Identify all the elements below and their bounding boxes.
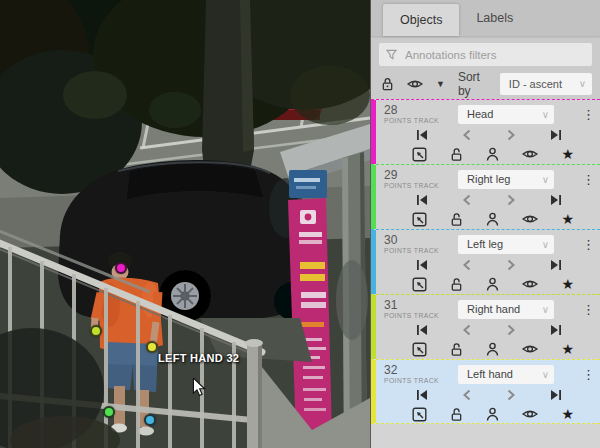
object-type: POINTS TRACK: [384, 248, 450, 255]
first-keyframe-button[interactable]: [416, 259, 428, 271]
sidebar-tabs: Objects Labels: [371, 0, 600, 36]
object-label-select[interactable]: Right leg ∨: [458, 170, 554, 189]
object-item[interactable]: 31 POINTS TRACK Right hand ∨ ⋮: [371, 294, 600, 359]
keyframe-star-button[interactable]: ★: [561, 407, 574, 421]
first-keyframe-button[interactable]: [416, 194, 428, 206]
previous-keyframe-button[interactable]: [462, 129, 472, 141]
object-ident: 29 POINTS TRACK: [384, 169, 450, 190]
object-id: 29: [384, 169, 450, 181]
hide-toggle-button[interactable]: [522, 148, 538, 160]
outside-toggle-button[interactable]: [412, 407, 427, 422]
object-menu-button[interactable]: ⋮: [582, 238, 595, 251]
occluded-toggle-button[interactable]: [486, 407, 499, 422]
lock-toggle-button[interactable]: [450, 277, 463, 292]
left-leg-point[interactable]: [144, 414, 156, 426]
first-keyframe-button[interactable]: [416, 324, 428, 336]
hide-toggle-button[interactable]: [522, 213, 538, 225]
next-keyframe-button[interactable]: [506, 389, 516, 401]
keyframe-star-button[interactable]: ★: [561, 212, 574, 226]
hide-toggle-button[interactable]: [522, 278, 538, 290]
annotation-canvas[interactable]: LEFT HAND 32: [0, 0, 370, 448]
first-keyframe-button[interactable]: [416, 129, 428, 141]
annotations-filter-box[interactable]: [379, 43, 592, 66]
object-menu-button[interactable]: ⋮: [582, 368, 595, 381]
right-hand-point[interactable]: [90, 325, 102, 337]
last-keyframe-icon: [550, 259, 562, 271]
outside-toggle-button[interactable]: [412, 147, 427, 162]
previous-keyframe-button[interactable]: [462, 324, 472, 336]
next-keyframe-button[interactable]: [506, 324, 516, 336]
lock-all-button[interactable]: [381, 77, 394, 91]
lock-toggle-button[interactable]: [450, 147, 463, 162]
annotations-filter-input[interactable]: [403, 48, 585, 62]
unlock-icon: [450, 407, 463, 422]
object-item[interactable]: 32 POINTS TRACK Left hand ∨ ⋮: [371, 359, 600, 424]
object-type: POINTS TRACK: [384, 378, 450, 385]
previous-keyframe-button[interactable]: [462, 389, 472, 401]
expand-collapse-button[interactable]: ▼: [436, 79, 445, 89]
hide-all-button[interactable]: [407, 78, 423, 90]
keyframe-navigation: [384, 321, 600, 338]
occluded-toggle-button[interactable]: [486, 342, 499, 357]
eye-icon: [407, 78, 423, 90]
object-menu-button[interactable]: ⋮: [582, 108, 595, 121]
object-label-select[interactable]: Right hand ∨: [458, 300, 554, 319]
outside-icon: [412, 277, 427, 292]
lock-icon: [381, 77, 394, 91]
star-icon: ★: [561, 407, 574, 421]
next-keyframe-button[interactable]: [506, 129, 516, 141]
chevron-left-icon: [462, 194, 472, 206]
occluded-toggle-button[interactable]: [486, 212, 499, 227]
lock-toggle-button[interactable]: [450, 407, 463, 422]
first-keyframe-icon: [416, 324, 428, 336]
object-menu-button[interactable]: ⋮: [582, 303, 595, 316]
object-item[interactable]: 29 POINTS TRACK Right leg ∨ ⋮: [371, 164, 600, 229]
keyframe-star-button[interactable]: ★: [561, 342, 574, 356]
keyframe-star-button[interactable]: ★: [561, 147, 574, 161]
object-item[interactable]: 28 POINTS TRACK Head ∨ ⋮: [371, 99, 600, 164]
object-label-select[interactable]: Left hand ∨: [458, 365, 554, 384]
object-menu-button[interactable]: ⋮: [582, 173, 595, 186]
previous-keyframe-button[interactable]: [462, 259, 472, 271]
tab-labels[interactable]: Labels: [459, 0, 530, 36]
occluded-toggle-button[interactable]: [486, 147, 499, 162]
object-id: 31: [384, 299, 450, 311]
lock-toggle-button[interactable]: [450, 212, 463, 227]
object-label-value: Right hand: [467, 303, 520, 315]
tab-objects[interactable]: Objects: [383, 4, 459, 36]
video-frame: [0, 0, 370, 448]
person-icon: [486, 212, 499, 227]
occluded-toggle-button[interactable]: [486, 277, 499, 292]
last-keyframe-button[interactable]: [550, 194, 562, 206]
last-keyframe-icon: [550, 324, 562, 336]
outside-toggle-button[interactable]: [412, 277, 427, 292]
hide-toggle-button[interactable]: [522, 408, 538, 420]
objects-list: 28 POINTS TRACK Head ∨ ⋮: [371, 99, 600, 424]
unlock-icon: [450, 342, 463, 357]
last-keyframe-icon: [550, 389, 562, 401]
object-label-select[interactable]: Left leg ∨: [458, 235, 554, 254]
lock-toggle-button[interactable]: [450, 342, 463, 357]
last-keyframe-button[interactable]: [550, 129, 562, 141]
outside-toggle-button[interactable]: [412, 342, 427, 357]
right-leg-point[interactable]: [103, 406, 115, 418]
previous-keyframe-button[interactable]: [462, 194, 472, 206]
next-keyframe-button[interactable]: [506, 259, 516, 271]
outside-toggle-button[interactable]: [412, 212, 427, 227]
last-keyframe-button[interactable]: [550, 324, 562, 336]
funnel-icon: [386, 49, 397, 60]
object-label-select[interactable]: Head ∨: [458, 105, 554, 124]
head-point[interactable]: [115, 262, 127, 274]
person-icon: [486, 407, 499, 422]
object-item[interactable]: 30 POINTS TRACK Left leg ∨ ⋮: [371, 229, 600, 294]
last-keyframe-button[interactable]: [550, 389, 562, 401]
outside-icon: [412, 147, 427, 162]
first-keyframe-button[interactable]: [416, 389, 428, 401]
sort-order-select[interactable]: ID - ascent ∨: [500, 73, 592, 95]
last-keyframe-button[interactable]: [550, 259, 562, 271]
left-hand-point[interactable]: [146, 341, 158, 353]
keyframe-star-button[interactable]: ★: [561, 277, 574, 291]
hide-toggle-button[interactable]: [522, 343, 538, 355]
object-type: POINTS TRACK: [384, 183, 450, 190]
next-keyframe-button[interactable]: [506, 194, 516, 206]
